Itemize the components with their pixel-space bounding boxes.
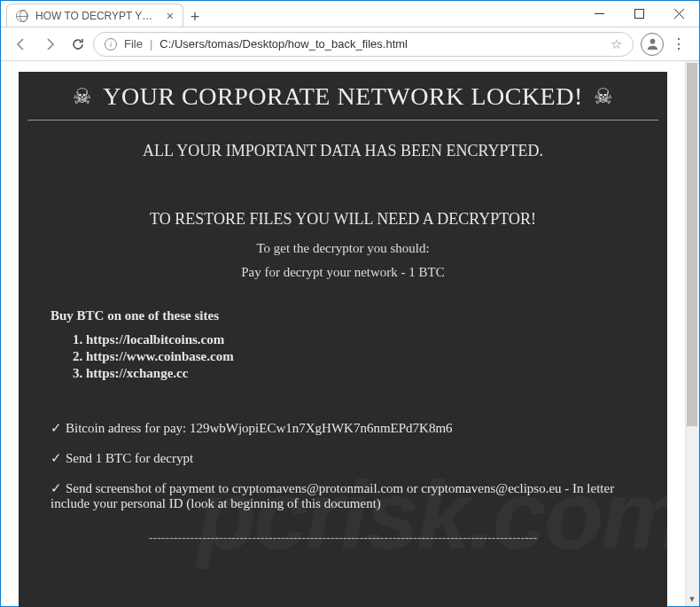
scroll-down-icon[interactable]: ▼ — [685, 592, 699, 606]
site-info-icon[interactable]: i — [105, 38, 117, 51]
list-item: https://www.coinbase.com — [86, 349, 635, 364]
viewport: ☠ YOUR CORPORATE NETWORK LOCKED! ☠ ALL Y… — [1, 61, 699, 606]
app-menu-button[interactable]: ⋮ — [665, 35, 692, 52]
skull-icon: ☠ — [594, 84, 614, 109]
site-list: https://localbitcoins.com https://www.co… — [86, 332, 635, 381]
tab-strip: HOW TO DECRYPT YOUR FILES × + — [1, 1, 579, 27]
close-window-button[interactable] — [659, 1, 699, 27]
skull-icon: ☠ — [73, 84, 93, 109]
svg-rect-1 — [635, 10, 644, 19]
page-content: ☠ YOUR CORPORATE NETWORK LOCKED! ☠ ALL Y… — [19, 72, 667, 607]
page-title: ☠ YOUR CORPORATE NETWORK LOCKED! ☠ — [19, 72, 667, 120]
body-block: Buy BTC on one of these sites https://lo… — [19, 289, 667, 545]
maximize-button[interactable] — [619, 1, 659, 27]
tab-title: HOW TO DECRYPT YOUR FILES — [35, 10, 159, 22]
minimize-button[interactable] — [579, 1, 619, 27]
divider — [27, 120, 658, 121]
scrollbar-thumb[interactable] — [687, 63, 697, 426]
forward-button[interactable] — [36, 31, 63, 58]
steps-block: ✓Bitcoin adress for pay: 129wbWjopiECw1n… — [51, 420, 635, 511]
step: ✓Send 1 BTC for decrypt — [51, 450, 635, 466]
url-input[interactable]: i File | C:/Users/tomas/Desktop/how_to_b… — [93, 32, 634, 57]
instruction-line-2: Pay for decrypt your network - 1 BTC — [19, 265, 667, 280]
bookmark-icon[interactable]: ☆ — [611, 36, 622, 52]
svg-point-4 — [649, 39, 655, 44]
check-icon: ✓ — [51, 421, 62, 435]
list-item: https://xchange.cc — [86, 366, 635, 381]
address-bar: i File | C:/Users/tomas/Desktop/how_to_b… — [1, 27, 699, 61]
globe-icon — [16, 10, 28, 22]
reload-button[interactable] — [65, 31, 91, 58]
browser-window: HOW TO DECRYPT YOUR FILES × + — [0, 0, 700, 607]
window-controls — [579, 1, 699, 27]
title-text: YOUR CORPORATE NETWORK LOCKED! — [103, 82, 583, 111]
dash-separator: ----------------------------------------… — [51, 531, 635, 545]
check-icon: ✓ — [51, 481, 62, 495]
step: ✓Send screenshot of payment to cryptomav… — [51, 480, 635, 511]
step: ✓Bitcoin adress for pay: 129wbWjopiECw1n… — [51, 420, 635, 436]
browser-tab[interactable]: HOW TO DECRYPT YOUR FILES × — [6, 4, 183, 27]
profile-button[interactable] — [641, 33, 664, 56]
url-path: C:/Users/tomas/Desktop/how_to_back_files… — [159, 37, 603, 51]
check-icon: ✓ — [51, 451, 62, 465]
subtitle: ALL YOUR IMPORTANT DATA HAS BEEN ENCRYPT… — [19, 142, 667, 160]
url-scheme-label: File — [124, 37, 143, 51]
restore-heading: TO RESTORE FILES YOU WILL NEED A DECRYPT… — [19, 210, 667, 229]
scrollbar[interactable]: ▲ ▼ — [685, 61, 699, 606]
list-item: https://localbitcoins.com — [86, 332, 635, 347]
titlebar: HOW TO DECRYPT YOUR FILES × + — [1, 1, 699, 27]
instruction-line-1: To get the decryptor you should: — [19, 241, 667, 256]
back-button[interactable] — [8, 31, 35, 58]
close-icon[interactable]: × — [167, 9, 174, 23]
new-tab-button[interactable]: + — [183, 8, 206, 27]
url-separator: | — [150, 37, 152, 51]
buy-heading: Buy BTC on one of these sites — [51, 308, 635, 323]
